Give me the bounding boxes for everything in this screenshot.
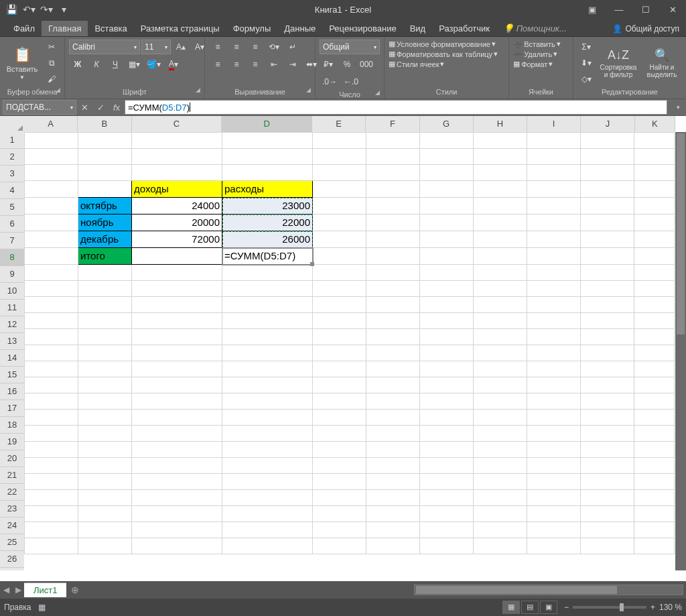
cell-H13[interactable]: [474, 329, 527, 345]
cell-K13[interactable]: [634, 329, 675, 345]
cell-G5[interactable]: [420, 198, 474, 214]
tab-review[interactable]: Рецензирование: [322, 21, 403, 36]
cell-I25[interactable]: [527, 522, 581, 538]
cell-K9[interactable]: [634, 265, 675, 281]
cell-C16[interactable]: [132, 377, 222, 393]
alignment-launcher-icon[interactable]: ◢: [306, 86, 311, 93]
cell-B1[interactable]: [78, 133, 132, 149]
cell-D18[interactable]: [222, 410, 313, 426]
accounting-format-icon[interactable]: ₽▾: [320, 57, 337, 72]
insert-cells-button[interactable]: ➕ Вставить ▾: [513, 40, 561, 48]
cell-E5[interactable]: [313, 198, 366, 214]
cell-F15[interactable]: [366, 361, 420, 377]
cell-styles-button[interactable]: ▦ Стили ячеек ▾: [389, 60, 444, 68]
cell-H7[interactable]: [474, 231, 527, 248]
cell-J12[interactable]: [581, 313, 634, 329]
cell-J8[interactable]: [581, 248, 634, 265]
cell-B23[interactable]: [78, 490, 132, 506]
cell-G6[interactable]: [420, 214, 474, 231]
cell-G23[interactable]: [420, 490, 474, 506]
new-sheet-button[interactable]: ⊕: [66, 584, 84, 595]
cell-C20[interactable]: [132, 442, 222, 458]
cell-G25[interactable]: [420, 522, 474, 538]
cell-I9[interactable]: [527, 265, 581, 281]
row-header-20[interactable]: 20: [0, 450, 24, 467]
cell-K7[interactable]: [634, 231, 675, 248]
cell-I8[interactable]: [527, 248, 581, 265]
cell-J14[interactable]: [581, 345, 634, 361]
cell-G16[interactable]: [420, 377, 474, 393]
format-cells-button[interactable]: ▦ Формат ▾: [513, 60, 553, 68]
tab-developer[interactable]: Разработчик: [432, 21, 496, 36]
qat-customize-icon[interactable]: ▾: [56, 2, 71, 17]
cell-J6[interactable]: [581, 214, 634, 231]
cell-C4[interactable]: доходы: [132, 181, 222, 198]
zoom-slider-thumb[interactable]: [620, 603, 624, 611]
cell-J13[interactable]: [581, 329, 634, 345]
vertical-scroll-thumb[interactable]: [677, 133, 685, 334]
cell-E10[interactable]: [313, 281, 366, 297]
tab-page-layout[interactable]: Разметка страницы: [134, 21, 226, 36]
column-header-H[interactable]: H: [474, 116, 527, 132]
close-button[interactable]: ✕: [659, 0, 686, 19]
cell-F8[interactable]: [366, 248, 420, 265]
page-break-view-icon[interactable]: ▣: [540, 601, 557, 614]
cell-B12[interactable]: [78, 313, 132, 329]
cell-K26[interactable]: [634, 538, 675, 554]
cell-E1[interactable]: [313, 133, 366, 149]
cell-B2[interactable]: [78, 149, 132, 165]
cell-B26[interactable]: [78, 538, 132, 554]
paste-button[interactable]: 📋 Вставить ▼: [4, 40, 40, 86]
wrap-text-icon[interactable]: ↵: [284, 40, 301, 54]
cell-C11[interactable]: [132, 297, 222, 313]
format-as-table-button[interactable]: ▦ Форматировать как таблицу ▾: [389, 50, 498, 58]
cell-J25[interactable]: [581, 522, 634, 538]
cell-E14[interactable]: [313, 345, 366, 361]
cell-H20[interactable]: [474, 442, 527, 458]
cell-J7[interactable]: [581, 231, 634, 248]
cell-A25[interactable]: [25, 522, 78, 538]
cell-I4[interactable]: [527, 181, 581, 198]
cell-F7[interactable]: [366, 231, 420, 248]
autosum-icon[interactable]: Σ▾: [577, 40, 595, 54]
cell-D25[interactable]: [222, 522, 313, 538]
macro-record-icon[interactable]: ▦: [38, 603, 46, 612]
cell-H23[interactable]: [474, 490, 527, 506]
row-header-12[interactable]: 12: [0, 316, 24, 333]
row-header-26[interactable]: 26: [0, 551, 24, 568]
cell-A6[interactable]: [25, 214, 78, 231]
cell-K21[interactable]: [634, 458, 675, 474]
cell-J23[interactable]: [581, 490, 634, 506]
cell-F12[interactable]: [366, 313, 420, 329]
increase-font-icon[interactable]: A▴: [172, 40, 190, 54]
cell-J18[interactable]: [581, 410, 634, 426]
cell-E21[interactable]: [313, 458, 366, 474]
cell-G24[interactable]: [420, 506, 474, 522]
cancel-formula-icon[interactable]: ✕: [76, 103, 92, 113]
fill-color-icon[interactable]: 🪣▾: [144, 57, 163, 72]
cell-E20[interactable]: [313, 442, 366, 458]
cell-J21[interactable]: [581, 458, 634, 474]
row-header-4[interactable]: 4: [0, 182, 24, 199]
cell-C18[interactable]: [132, 410, 222, 426]
cell-H19[interactable]: [474, 426, 527, 442]
cell-B22[interactable]: [78, 474, 132, 490]
cell-B6[interactable]: ноябрь: [78, 214, 132, 231]
cell-K25[interactable]: [634, 522, 675, 538]
formula-input[interactable]: =СУММ(D5:D7): [125, 100, 667, 115]
cell-E22[interactable]: [313, 474, 366, 490]
cell-F23[interactable]: [366, 490, 420, 506]
cell-G11[interactable]: [420, 297, 474, 313]
cell-G19[interactable]: [420, 426, 474, 442]
cell-C2[interactable]: [132, 149, 222, 165]
sort-filter-button[interactable]: A↓Z Сортировка и фильтр: [598, 40, 639, 86]
row-header-13[interactable]: 13: [0, 333, 24, 350]
cell-C26[interactable]: [132, 538, 222, 554]
cell-G15[interactable]: [420, 361, 474, 377]
cut-icon[interactable]: ✂: [43, 40, 60, 54]
column-header-I[interactable]: I: [527, 116, 581, 132]
cell-E13[interactable]: [313, 329, 366, 345]
font-color-icon[interactable]: A▾: [165, 57, 182, 72]
row-header-6[interactable]: 6: [0, 216, 24, 233]
cell-G1[interactable]: [420, 133, 474, 149]
